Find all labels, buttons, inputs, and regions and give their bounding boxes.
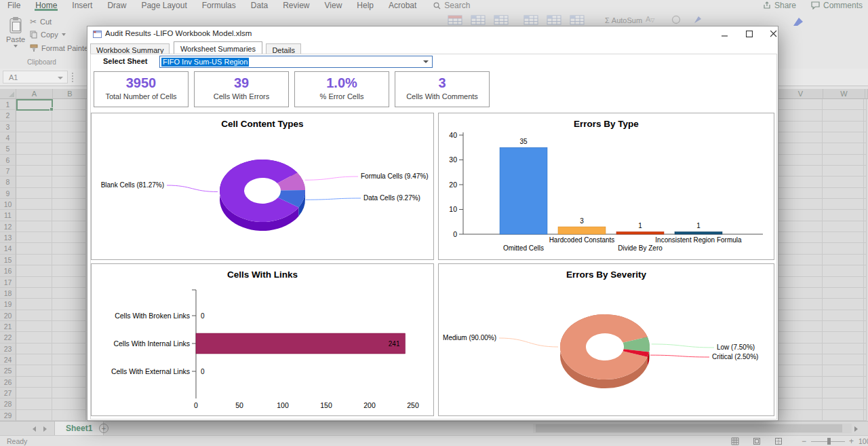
grid-cell[interactable] <box>16 277 52 288</box>
grid-cell[interactable] <box>52 255 86 265</box>
grid-cell[interactable] <box>864 310 867 321</box>
grid-cell[interactable] <box>823 310 864 321</box>
row-header[interactable]: 4 <box>0 132 16 143</box>
grid-cell[interactable] <box>778 143 823 154</box>
normal-view-icon[interactable] <box>731 437 739 446</box>
sheet-nav-prev-icon[interactable] <box>33 426 36 432</box>
grid-cell[interactable] <box>52 221 86 232</box>
grid-cell[interactable] <box>778 365 823 376</box>
format-painter-button[interactable]: Format Painter <box>30 44 91 52</box>
grid-cell[interactable] <box>778 221 823 232</box>
grid-cell[interactable] <box>16 288 52 299</box>
grid-cell[interactable] <box>16 243 52 254</box>
grid-cell[interactable] <box>52 265 86 276</box>
grid-cell[interactable] <box>16 377 52 388</box>
grid-cell[interactable] <box>16 299 52 310</box>
grid-cell[interactable] <box>864 210 867 221</box>
grid-cell[interactable] <box>778 332 823 343</box>
grid-cell[interactable] <box>52 132 86 143</box>
grid-cell[interactable] <box>16 155 52 166</box>
ribbon-tab-home[interactable]: Home <box>28 0 64 11</box>
ribbon-tab-acrobat[interactable]: Acrobat <box>381 0 424 11</box>
grid-cell[interactable] <box>864 288 867 299</box>
ribbon-tab-page-layout[interactable]: Page Layout <box>134 0 194 11</box>
grid-cell[interactable] <box>823 377 864 388</box>
autosum-button[interactable]: Σ AutoSum <box>605 16 642 24</box>
cut-button[interactable]: ✂ Cut <box>30 17 52 26</box>
grid-cell[interactable] <box>864 332 867 343</box>
column-header[interactable] <box>865 89 868 99</box>
row-header[interactable]: 18 <box>0 288 16 299</box>
grid-cell[interactable] <box>52 99 86 110</box>
grid-cell[interactable] <box>52 410 86 421</box>
sheet-tab-sheet1[interactable]: Sheet1 <box>54 422 104 436</box>
grid-cell[interactable] <box>823 410 864 421</box>
ribbon-tab-draw[interactable]: Draw <box>100 0 134 11</box>
row-header[interactable]: 1 <box>0 99 16 110</box>
grid-cell[interactable] <box>52 199 86 210</box>
row-header[interactable]: 6 <box>0 155 16 166</box>
grid-cell[interactable] <box>16 265 52 276</box>
grid-cell[interactable] <box>52 288 86 299</box>
grid-cell[interactable] <box>864 188 867 199</box>
ribbon-tab-view[interactable]: View <box>317 0 350 11</box>
grid-cell[interactable] <box>16 321 52 332</box>
row-header[interactable]: 26 <box>0 377 16 388</box>
grid-cell[interactable] <box>52 188 86 199</box>
grid-cell[interactable] <box>778 354 823 365</box>
acrobat-pane-icon[interactable] <box>792 16 804 30</box>
grid-cell[interactable] <box>823 354 864 365</box>
grid-cell[interactable] <box>52 332 86 343</box>
grid-cell[interactable] <box>778 243 823 254</box>
grid-cell[interactable] <box>16 176 52 187</box>
grid-cell[interactable] <box>16 310 52 321</box>
grid-cell[interactable] <box>16 166 52 176</box>
row-header[interactable]: 19 <box>0 299 16 310</box>
grid-cell[interactable] <box>864 176 867 187</box>
ribbon-tab-file[interactable]: File <box>0 0 28 11</box>
grid-cell[interactable] <box>864 354 867 365</box>
grid-cell[interactable] <box>823 299 864 310</box>
grid-cell[interactable] <box>52 122 86 132</box>
grid-cell[interactable] <box>823 265 864 276</box>
horizontal-scrollbar-thumb[interactable] <box>536 424 842 432</box>
grid-cell[interactable] <box>16 122 52 132</box>
grid-cell[interactable] <box>823 199 864 210</box>
grid-cell[interactable] <box>16 221 52 232</box>
grid-cell[interactable] <box>778 265 823 276</box>
grid-cell[interactable] <box>16 132 52 143</box>
grid-cell[interactable] <box>864 343 867 354</box>
grid-cell[interactable] <box>16 343 52 354</box>
grid-cell[interactable] <box>52 388 86 398</box>
grid-cell[interactable] <box>823 122 864 132</box>
row-header[interactable]: 20 <box>0 310 16 321</box>
row-header[interactable]: 16 <box>0 265 16 276</box>
sheet-nav-next-icon[interactable] <box>43 426 47 432</box>
grid-cell[interactable] <box>52 155 86 166</box>
row-header[interactable]: 23 <box>0 343 16 354</box>
grid-cell[interactable] <box>778 321 823 332</box>
grid-cell[interactable] <box>823 188 864 199</box>
grid-cell[interactable] <box>778 310 823 321</box>
grid-cell[interactable] <box>823 288 864 299</box>
grid-cell[interactable] <box>778 410 823 421</box>
page-layout-view-icon[interactable] <box>753 437 761 446</box>
grid-cell[interactable] <box>52 321 86 332</box>
grid-cell[interactable] <box>52 232 86 243</box>
grid-cell[interactable] <box>823 176 864 187</box>
grid-cell[interactable] <box>778 288 823 299</box>
row-header[interactable]: 24 <box>0 354 16 365</box>
grid-cell[interactable] <box>778 232 823 243</box>
row-header[interactable]: 13 <box>0 232 16 243</box>
grid-cell[interactable] <box>778 199 823 210</box>
grid-cell[interactable] <box>823 99 864 110</box>
grid-cell[interactable] <box>823 143 864 154</box>
grid-cell[interactable] <box>778 388 823 398</box>
grid-cell[interactable] <box>864 99 867 110</box>
row-header[interactable]: 10 <box>0 199 16 210</box>
paste-button[interactable]: Paste <box>4 16 27 60</box>
grid-cell[interactable] <box>864 110 867 121</box>
grid-cell[interactable] <box>52 277 86 288</box>
grid-cell[interactable] <box>864 132 867 143</box>
column-header[interactable]: V <box>778 89 823 99</box>
